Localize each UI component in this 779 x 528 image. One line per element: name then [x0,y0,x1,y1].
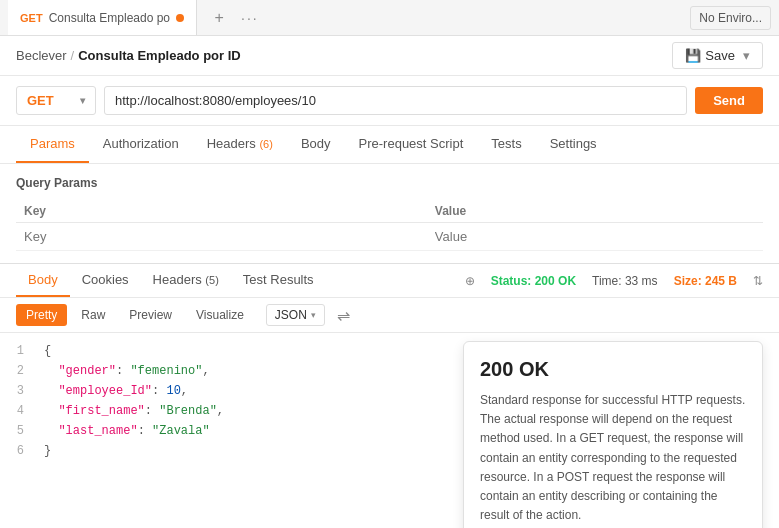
body-format-bar: Pretty Raw Preview Visualize JSON ▾ ⇌ [0,298,779,333]
col-header-value: Value [427,200,763,223]
method-caret-icon: ▾ [80,95,85,106]
params-table: Key Value [16,200,763,251]
tab-method: GET [20,12,43,24]
status-popup: 200 OK Standard response for successful … [463,341,763,528]
save-label: Save [705,48,735,63]
popup-text: Standard response for successful HTTP re… [480,391,746,525]
url-input[interactable] [104,86,687,115]
resize-icon[interactable]: ⇅ [753,274,763,288]
status-code: Status: 200 OK [491,274,576,288]
top-right: No Enviro... [690,6,771,30]
res-tab-cookies[interactable]: Cookies [70,264,141,297]
status-size: Size: 245 B [674,274,737,288]
breadcrumb-link[interactable]: Beclever [16,48,67,63]
breadcrumb-current: Consulta Empleado por ID [78,48,241,63]
status-time: Time: 33 ms [592,274,658,288]
globe-icon: ⊕ [465,274,475,288]
breadcrumb-separator: / [71,48,75,63]
request-tabs: Params Authorization Headers (6) Body Pr… [0,126,779,164]
response-section: Body Cookies Headers (5) Test Results ⊕ … [0,263,779,469]
method-value: GET [27,93,54,108]
format-value: JSON [275,308,307,322]
value-input[interactable] [435,229,755,244]
format-dropdown[interactable]: JSON ▾ [266,304,325,326]
line-num-3: 3 [12,381,24,401]
body-tab-visualize[interactable]: Visualize [186,304,254,326]
url-bar: GET ▾ Send [0,76,779,126]
line-num-5: 5 [12,421,24,441]
res-tab-test-results[interactable]: Test Results [231,264,326,297]
tab-settings[interactable]: Settings [536,126,611,163]
more-tabs-button[interactable]: ··· [241,10,259,26]
body-tab-raw[interactable]: Raw [71,304,115,326]
send-button[interactable]: Send [695,87,763,114]
wrap-button[interactable]: ⇌ [337,306,350,325]
tab-params[interactable]: Params [16,126,89,163]
line-num-1: 1 [12,341,24,361]
save-icon: 💾 [685,48,701,63]
line-num-6: 6 [12,441,24,461]
key-input[interactable] [24,229,419,244]
save-button[interactable]: 💾 Save ▾ [672,42,763,69]
tab-pre-request[interactable]: Pre-request Script [345,126,478,163]
tab-headers[interactable]: Headers (6) [193,126,287,163]
tab-dot [176,14,184,22]
format-caret-icon: ▾ [311,310,316,320]
top-bar: GET Consulta Empleado po + ··· No Enviro… [0,0,779,36]
body-tab-preview[interactable]: Preview [119,304,182,326]
response-body-wrap: 1 2 3 4 5 6 { "gender": "femenino", "emp… [0,333,779,469]
col-header-key: Key [16,200,427,223]
response-status-bar: ⊕ Status: 200 OK Time: 33 ms Size: 245 B… [465,274,763,288]
params-empty-row [16,223,763,251]
params-section: Query Params Key Value [0,164,779,263]
line-num-4: 4 [12,401,24,421]
tab-authorization[interactable]: Authorization [89,126,193,163]
line-num-2: 2 [12,361,24,381]
environment-selector[interactable]: No Enviro... [690,6,771,30]
res-tab-body[interactable]: Body [16,264,70,297]
query-params-title: Query Params [16,176,763,190]
tab-title: Consulta Empleado po [49,11,170,25]
method-dropdown[interactable]: GET ▾ [16,86,96,115]
breadcrumb-bar: Beclever / Consulta Empleado por ID 💾 Sa… [0,36,779,76]
active-tab[interactable]: GET Consulta Empleado po [8,0,197,35]
res-tab-headers[interactable]: Headers (5) [141,264,231,297]
add-tab-button[interactable]: + [205,4,233,32]
popup-title: 200 OK [480,358,746,381]
line-numbers: 1 2 3 4 5 6 [0,341,36,461]
body-tab-pretty[interactable]: Pretty [16,304,67,326]
tab-body[interactable]: Body [287,126,345,163]
tab-tests[interactable]: Tests [477,126,535,163]
breadcrumb: Beclever / Consulta Empleado por ID [16,48,241,63]
save-chevron-icon: ▾ [743,48,750,63]
response-tabs-bar: Body Cookies Headers (5) Test Results ⊕ … [0,264,779,298]
